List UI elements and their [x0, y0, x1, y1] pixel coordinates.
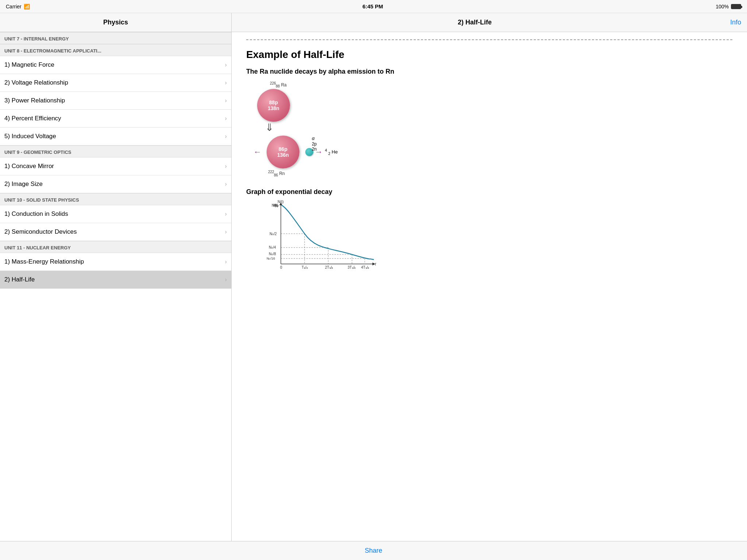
chevron-right-icon: › — [225, 276, 227, 283]
decay-row: ← 86p 136n → 4 2 He — [253, 136, 732, 168]
carrier-label: Carrier — [6, 4, 22, 9]
chevron-right-icon: › — [225, 133, 227, 140]
unit8-header: UNIT 8 - ELECTROMAGNETIC APPLICATI... — [0, 44, 231, 56]
alpha-2p-label: 2p — [312, 141, 317, 147]
chevron-right-icon: › — [225, 211, 227, 217]
sidebar-item-power-relationship[interactable]: 3) Power Relationship › — [0, 92, 231, 110]
sidebar-item-mass-energy[interactable]: 1) Mass-Energy Relationship › — [0, 253, 231, 271]
bottom-bar: Share — [0, 541, 747, 560]
he-label: 4 2 He — [325, 148, 338, 156]
rn-protons: 86p — [279, 146, 287, 152]
he-symbol: He — [332, 149, 338, 155]
ra-atomic-number: 88 — [276, 84, 280, 88]
sidebar-item-label: 1) Magnetic Force — [4, 61, 54, 69]
rn-atomic: 86 — [274, 173, 278, 177]
sidebar-item-label: 2) Half-Life — [4, 276, 35, 283]
he-atomic: 2 — [328, 152, 330, 156]
section-heading-1: The Ra nuclide decays by alpha emission … — [246, 68, 732, 75]
sidebar-item-concave-mirror[interactable]: 1) Concave Mirror › — [0, 158, 231, 175]
sidebar-item-label: 2) Voltage Relationship — [4, 79, 68, 86]
rn-symbol: Rn — [279, 171, 285, 176]
sidebar-item-label: 4) Percent Efficiency — [4, 115, 61, 122]
sidebar-item-label: 3) Power Relationship — [4, 97, 65, 104]
decay-diagram: 226 88 Ra 88p 138n ⇓ α 2p 2n ← — [253, 81, 732, 177]
rn-mass: 222 — [268, 170, 274, 174]
main-layout: UNIT 7 - INTERNAL ENERGY UNIT 8 - ELECTR… — [0, 32, 747, 541]
ra-atom: 88p 138n — [257, 89, 290, 122]
content-area: Example of Half-Life The Ra nuclide deca… — [232, 32, 747, 541]
ra-neutrons: 138n — [268, 105, 279, 111]
chevron-right-icon: › — [225, 79, 227, 86]
decay-graph: N(t) N₀ N₀/2 N₀/4 N₀/8 N₀/16 0 T₁/₂ 2T₁/… — [261, 200, 378, 273]
sidebar-item-voltage-relationship[interactable]: 2) Voltage Relationship › — [0, 74, 231, 92]
unit10-header: UNIT 10 - SOLID STATE PHYSICS — [0, 193, 231, 205]
svg-text:0: 0 — [280, 265, 282, 269]
status-bar: Carrier 📶 6:45 PM 100% — [0, 0, 747, 13]
ra-protons: 88p — [269, 100, 278, 105]
sidebar-item-conduction-solids[interactable]: 1) Conduction in Solids › — [0, 205, 231, 223]
alpha-label: α — [312, 136, 314, 141]
sidebar-item-label: 2) Semiconductor Devices — [4, 228, 77, 236]
unit11-header: UNIT 11 - NUCLEAR ENERGY — [0, 241, 231, 253]
chevron-right-icon: › — [225, 115, 227, 122]
sidebar: UNIT 7 - INTERNAL ENERGY UNIT 8 - ELECTR… — [0, 32, 232, 541]
info-button[interactable]: Info — [730, 19, 741, 26]
sidebar-item-percent-efficiency[interactable]: 4) Percent Efficiency › — [0, 110, 231, 128]
graph-title: Graph of exponential decay — [246, 188, 732, 196]
graph-section: Graph of exponential decay — [246, 188, 732, 273]
sidebar-item-semiconductor-devices[interactable]: 2) Semiconductor Devices › — [0, 223, 231, 241]
status-left: Carrier 📶 — [6, 4, 30, 9]
chevron-right-icon: › — [225, 181, 227, 187]
chevron-right-icon: › — [225, 258, 227, 265]
he-mass: 4 — [325, 148, 327, 152]
ra-mass-number: 226 — [270, 81, 276, 85]
chevron-right-icon: › — [225, 62, 227, 68]
svg-text:N₀/2: N₀/2 — [270, 232, 277, 236]
content-nav-title: 2) Half-Life — [458, 19, 492, 26]
sidebar-item-label: 1) Concave Mirror — [4, 163, 54, 170]
decay-arrow-down: ⇓ — [265, 122, 732, 133]
svg-text:T₁/₂: T₁/₂ — [302, 265, 308, 269]
sidebar-item-magnetic-force[interactable]: 1) Magnetic Force › — [0, 56, 231, 74]
sidebar-item-half-life[interactable]: 2) Half-Life › — [0, 271, 231, 289]
sidebar-item-induced-voltage[interactable]: 5) Induced Voltage › — [0, 128, 231, 145]
battery-icon — [731, 4, 741, 9]
rn-nuclide-label: 222 86 Rn — [268, 170, 732, 177]
svg-text:N₀: N₀ — [275, 203, 279, 207]
nav-bar: Physics 2) Half-Life Info — [0, 13, 747, 32]
chevron-right-icon: › — [225, 163, 227, 170]
alpha-2n-label: 2n — [312, 147, 317, 152]
svg-text:N₀/16: N₀/16 — [267, 257, 275, 260]
ra-symbol: Ra — [281, 82, 286, 88]
svg-text:N₀/4: N₀/4 — [269, 245, 276, 249]
dashed-divider — [246, 39, 732, 40]
chevron-right-icon: › — [225, 229, 227, 235]
left-arrow-icon: ← — [253, 147, 262, 157]
svg-text:3T₁/₂: 3T₁/₂ — [348, 265, 356, 269]
unit9-header: UNIT 9 - GEOMETRIC OPTICS — [0, 145, 231, 158]
sidebar-item-label: 1) Conduction in Solids — [4, 210, 68, 218]
wifi-icon: 📶 — [24, 4, 30, 9]
svg-text:4T₁/₂: 4T₁/₂ — [361, 265, 369, 269]
sidebar-item-image-size[interactable]: 2) Image Size › — [0, 175, 231, 193]
rn-atom: 86p 136n — [267, 136, 299, 168]
graph-container: N(t) N₀ N₀/2 N₀/4 N₀/8 N₀/16 0 T₁/₂ 2T₁/… — [261, 200, 378, 273]
nav-center: 2) Half-Life — [232, 19, 718, 26]
sidebar-item-label: 1) Mass-Energy Relationship — [4, 258, 84, 265]
ra-nuclide-label: 226 88 Ra — [270, 81, 732, 88]
unit7-header: UNIT 7 - INTERNAL ENERGY — [0, 32, 231, 44]
sidebar-item-label: 5) Induced Voltage — [4, 133, 56, 140]
he-group: → 4 2 He — [305, 147, 338, 157]
svg-text:2T₁/₂: 2T₁/₂ — [325, 265, 333, 269]
rn-neutrons: 136n — [277, 152, 289, 158]
share-button[interactable]: Share — [365, 547, 382, 555]
status-right: 100% — [716, 4, 741, 9]
sidebar-nav-title: Physics — [103, 19, 128, 26]
svg-text:t: t — [375, 262, 376, 266]
battery-label: 100% — [716, 4, 729, 9]
chevron-right-icon: › — [225, 97, 227, 104]
svg-text:N₀/8: N₀/8 — [269, 252, 276, 256]
nav-right: Info — [718, 19, 747, 26]
page-title: Example of Half-Life — [246, 49, 732, 61]
sidebar-item-label: 2) Image Size — [4, 180, 43, 188]
